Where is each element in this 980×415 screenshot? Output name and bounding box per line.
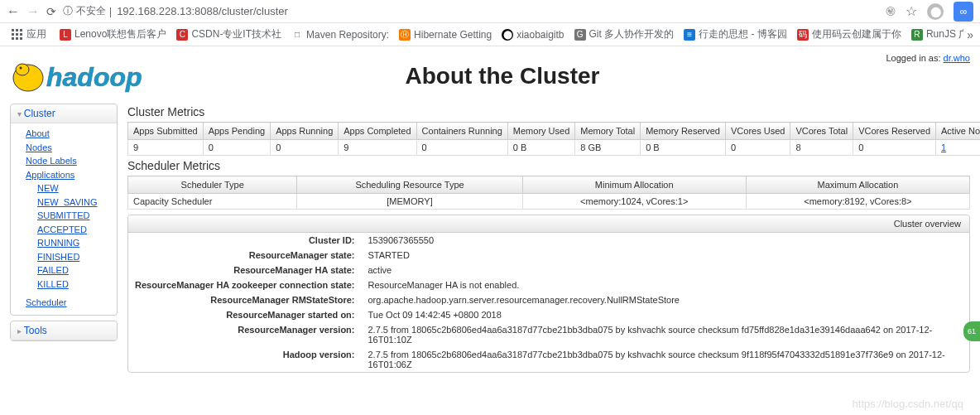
reload-icon[interactable]: ⟳ xyxy=(46,5,56,18)
nav-cluster-header[interactable]: Cluster xyxy=(11,104,117,123)
back-icon[interactable]: ← xyxy=(7,4,20,19)
current-user-link[interactable]: dr.who xyxy=(944,53,970,63)
bookmark-label: Hibernate Getting xyxy=(414,29,492,41)
apps-icon xyxy=(12,29,23,41)
bookmark-favicon: ⬤ xyxy=(502,29,513,41)
overview-value: 2.7.5 from 18065c2b6806ed4aa6a3187d77cbe… xyxy=(362,347,970,372)
nav-tools-header[interactable]: Tools xyxy=(11,321,117,340)
side-badge[interactable]: 61 xyxy=(963,321,980,341)
apps-button[interactable]: 应用 xyxy=(7,27,51,41)
sched-value: Capacity Scheduler xyxy=(128,194,297,210)
metrics-value: 9 xyxy=(339,140,416,156)
cluster-overview: Cluster overview Cluster ID:153906736555… xyxy=(127,215,970,373)
bookmark-favicon: ≡ xyxy=(684,29,695,41)
overview-value: active xyxy=(362,263,970,277)
overview-key: ResourceManager state: xyxy=(128,248,362,263)
bookmark-item[interactable]: ⬤xiaobaigitb xyxy=(497,29,569,41)
extension-button[interactable]: ∞ xyxy=(954,2,973,22)
profile-avatar[interactable]: ⬤ xyxy=(927,3,944,20)
nav-applications[interactable]: Applications xyxy=(26,168,110,182)
bookmark-label: Maven Repository: xyxy=(306,29,389,41)
metrics-header: Apps Submitted xyxy=(128,123,204,140)
bookmark-item[interactable]: CCSDN-专业IT技术社 xyxy=(171,27,286,41)
bookmark-favicon: R xyxy=(911,29,923,41)
browser-toolbar: ← → ⟳ ⓘ 不安全 | 192.168.228.13:8088/cluste… xyxy=(0,0,980,23)
overview-key: ResourceManager RMStateStore: xyxy=(128,292,362,307)
security-indicator[interactable]: ⓘ 不安全 | xyxy=(63,4,112,18)
bookmark-item[interactable]: ⒽHibernate Getting xyxy=(394,29,497,41)
bookmark-item[interactable]: GGit 多人协作开发的 xyxy=(569,27,680,41)
logged-in-as: Logged in as: dr.who xyxy=(886,53,970,63)
bookmark-label: RunJS 广场，最新新 xyxy=(926,27,963,41)
metrics-value: 8 xyxy=(790,140,853,156)
nav-apps-failed[interactable]: FAILED xyxy=(37,263,110,277)
bookmark-label: 使用码云创建属于你 xyxy=(812,27,901,41)
overview-row: ResourceManager HA state:active xyxy=(128,263,969,277)
translate-icon[interactable]: ㊙ xyxy=(886,4,896,18)
metrics-header: VCores Reserved xyxy=(853,123,936,140)
bookmark-item[interactable]: LLenovo联想售后客户 xyxy=(55,27,171,41)
overview-value: Tue Oct 09 14:42:45 +0800 2018 xyxy=(362,307,970,322)
nav-scheduler[interactable]: Scheduler xyxy=(26,296,110,310)
nav-apps-running[interactable]: RUNNING xyxy=(37,236,110,250)
metrics-value: 8 GB xyxy=(575,140,641,156)
metrics-value: 0 B xyxy=(641,140,726,156)
bookmark-item[interactable]: □Maven Repository: xyxy=(286,29,394,41)
nav-apps-new[interactable]: NEW xyxy=(37,181,110,195)
page-title: About the Cluster xyxy=(200,63,970,89)
bookmark-favicon: 码 xyxy=(797,29,809,41)
cluster-overview-header: Cluster overview xyxy=(128,215,969,233)
metrics-value: 0 B xyxy=(507,140,574,156)
nav-about[interactable]: About xyxy=(26,127,110,141)
sched-value: [MEMORY] xyxy=(297,194,522,210)
nav-apps-accepted[interactable]: ACCEPTED xyxy=(37,223,110,237)
overview-key: Hadoop version: xyxy=(128,347,362,372)
bookmark-item[interactable]: 码使用码云创建属于你 xyxy=(792,27,906,41)
overview-row: Cluster ID:1539067365550 xyxy=(128,233,969,248)
overview-key: ResourceManager version: xyxy=(128,322,362,347)
overview-key: ResourceManager started on: xyxy=(128,307,362,322)
nav-nodes[interactable]: Nodes xyxy=(26,141,110,155)
metrics-value: 0 xyxy=(725,140,790,156)
metrics-header: VCores Total xyxy=(790,123,853,140)
sched-header: Scheduler Type xyxy=(128,176,297,194)
metrics-header: Containers Running xyxy=(416,123,507,140)
bookmark-star-icon[interactable]: ☆ xyxy=(906,3,917,19)
svg-point-1 xyxy=(16,64,29,75)
forward-icon[interactable]: → xyxy=(26,4,40,19)
overview-value: 1539067365550 xyxy=(362,233,970,248)
main-content: Cluster Metrics Apps SubmittedApps Pendi… xyxy=(127,104,970,373)
overview-key: ResourceManager HA zookeeper connection … xyxy=(128,277,362,292)
bookmark-label: CSDN-专业IT技术社 xyxy=(191,27,281,41)
svg-text:hadoop: hadoop xyxy=(46,62,142,92)
nav-node-labels[interactable]: Node Labels xyxy=(26,154,110,168)
bookmark-favicon: L xyxy=(60,29,71,41)
nav-apps-killed[interactable]: KILLED xyxy=(37,277,110,292)
nav-apps-finished[interactable]: FINISHED xyxy=(37,250,110,264)
bookmarks-overflow-icon[interactable]: » xyxy=(967,28,973,41)
metrics-header: Active Nodes xyxy=(936,123,980,140)
metrics-value: 1 xyxy=(936,140,980,156)
metrics-header: Apps Running xyxy=(271,123,339,140)
scheduler-metrics-table: Scheduler TypeScheduling Resource TypeMi… xyxy=(127,176,970,210)
nav-apps-submitted[interactable]: SUBMITTED xyxy=(37,209,110,223)
bookmark-label: Git 多人协作开发的 xyxy=(589,27,675,41)
bookmark-item[interactable]: ≡行走的思想 - 博客园 xyxy=(679,27,792,41)
sched-header: Maximum Allocation xyxy=(746,176,969,194)
bookmark-item[interactable]: RRunJS 广场，最新新 xyxy=(906,27,963,41)
nav-apps-new-saving[interactable]: NEW_SAVING xyxy=(37,195,110,210)
overview-value: 2.7.5 from 18065c2b6806ed4aa6a3187d77cbe… xyxy=(362,322,970,347)
overview-row: ResourceManager version:2.7.5 from 18065… xyxy=(128,322,969,347)
overview-row: ResourceManager state:STARTED xyxy=(128,248,969,263)
bookmark-favicon: Ⓗ xyxy=(399,29,411,41)
overview-key: ResourceManager HA state: xyxy=(128,263,362,277)
hadoop-logo[interactable]: hadoop xyxy=(10,53,184,99)
sched-value: <memory:8192, vCores:8> xyxy=(746,194,969,210)
page-header: Logged in as: dr.who hadoop About the Cl… xyxy=(0,46,980,99)
metrics-value: 0 xyxy=(203,140,271,156)
cluster-metrics-title: Cluster Metrics xyxy=(127,105,970,118)
bookmark-label: Lenovo联想售后客户 xyxy=(74,27,166,41)
metrics-link[interactable]: 1 xyxy=(941,142,946,152)
address-bar[interactable]: 192.168.228.13:8088/cluster/cluster xyxy=(117,5,288,17)
bookmarks-bar: 应用 LLenovo联想售后客户CCSDN-专业IT技术社□Maven Repo… xyxy=(0,23,980,46)
